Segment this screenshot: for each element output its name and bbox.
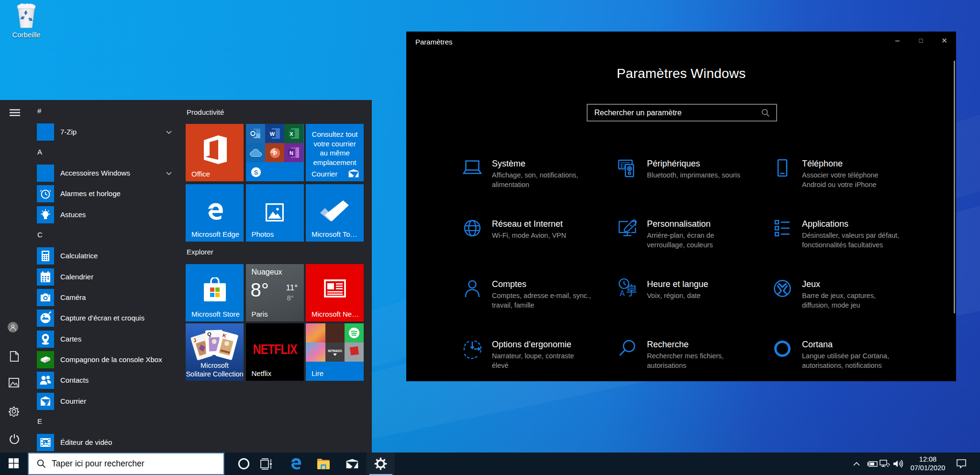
svg-text:S: S: [254, 169, 257, 176]
svg-text:Q: Q: [207, 331, 212, 337]
svg-text:A: A: [620, 289, 625, 298]
svg-text:N: N: [290, 150, 293, 156]
svg-text:X: X: [290, 131, 294, 137]
svg-text:W: W: [270, 131, 275, 137]
svg-text:P: P: [273, 150, 277, 157]
